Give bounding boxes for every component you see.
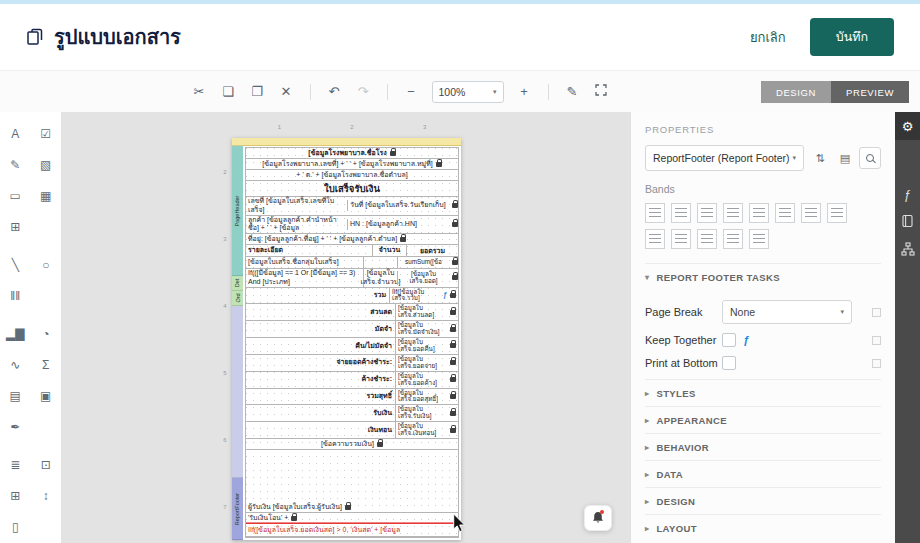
report-footer-tasks-header[interactable]: ▾ REPORT FOOTER TASKS bbox=[645, 263, 881, 291]
band-icon-vertical-detail[interactable] bbox=[749, 229, 769, 249]
pivot-grid-tool[interactable]: ⊞ bbox=[5, 486, 25, 506]
band-icon-group-header[interactable] bbox=[723, 203, 743, 223]
band-icon-group-footer[interactable] bbox=[775, 203, 795, 223]
property-grid-view-button[interactable]: ▤ bbox=[834, 147, 856, 169]
expression-icon[interactable]: ƒ bbox=[743, 334, 749, 346]
cancel-button[interactable]: ยกเลิก bbox=[750, 27, 786, 48]
fullscreen-button[interactable] bbox=[589, 80, 614, 104]
label-tool[interactable]: A bbox=[5, 124, 25, 144]
report-row[interactable]: + ' ต.' + [ข้อมูลโรงพยาบาล.ชื่อตำบล] bbox=[246, 170, 458, 181]
barcode-tool[interactable]: ‖‖ bbox=[5, 286, 25, 306]
report-row[interactable]: เลขที่ [ข้อมูลใบเสร็จ.เลขที่ใบเสร็จ]วันท… bbox=[246, 197, 458, 216]
keep-together-marker[interactable] bbox=[872, 336, 881, 345]
expressions-rail-button[interactable]: ƒ bbox=[895, 180, 920, 208]
print-at-bottom-checkbox[interactable] bbox=[722, 356, 736, 370]
section-styles[interactable]: ▸STYLES bbox=[645, 379, 881, 406]
shape-tool[interactable]: ○ bbox=[36, 255, 56, 275]
section-layout[interactable]: ▸LAYOUT bbox=[645, 514, 881, 541]
cross-band-line-tool[interactable]: ↕ bbox=[36, 486, 56, 506]
dictionary-rail-button[interactable] bbox=[895, 208, 920, 236]
report-structure-rail-button[interactable] bbox=[895, 236, 920, 264]
delete-button[interactable]: ✕ bbox=[274, 80, 299, 104]
checkbox-tool[interactable]: ☑ bbox=[36, 124, 56, 144]
signature-tool[interactable]: ✒ bbox=[5, 417, 25, 437]
report-row[interactable]: [ข้อความรวมเงิน] bbox=[246, 439, 458, 450]
line-tool[interactable]: ╲ bbox=[5, 255, 25, 275]
design-canvas[interactable]: 123 234567 PageHeaderDetOrdReportFooter … bbox=[62, 112, 630, 543]
validate-button[interactable]: ✎ bbox=[560, 80, 585, 104]
report-row[interactable]: ค้างชำระ:[ข้อมูลใบ เสร็จ.ยอดค้าง] bbox=[246, 372, 458, 389]
redo-button[interactable]: ↷ bbox=[351, 80, 376, 104]
band-icon-report-footer[interactable] bbox=[827, 203, 847, 223]
top-margin-band[interactable] bbox=[243, 138, 461, 146]
report-row[interactable]: จ่ายยอดค้างชำระ:[ข้อมูลใบ เสร็จ.ยอดจ่าย] bbox=[246, 355, 458, 372]
panel-tool[interactable]: ▭ bbox=[5, 186, 25, 206]
report-page[interactable]: [ข้อมูลโรงพยาบาล.ชื่อโรง[ข้อมูลโรงพยาบาล… bbox=[243, 138, 461, 540]
report-row[interactable]: รับเงิน[ข้อมูลใบ เสร็จ.รับเงิน] bbox=[246, 405, 458, 422]
report-row[interactable]: If(([มีข้อมูล] == 1 Or [มีข้อมูล] == 3) … bbox=[246, 269, 458, 288]
sparkline-tool[interactable]: ∿ bbox=[5, 355, 25, 375]
notifications-button[interactable] bbox=[584, 505, 612, 531]
band-icon-page-header[interactable] bbox=[697, 203, 717, 223]
report-row[interactable]: รวมสุทธิ์[ข้อมูลใบ เสร็จ.ยอดสุทธิ์] bbox=[246, 389, 458, 406]
paste-button[interactable]: ❐ bbox=[245, 80, 270, 104]
page-break-marker[interactable] bbox=[872, 308, 881, 317]
report-row[interactable]: รายละเอียดจำนวนยอดรวม bbox=[246, 245, 458, 257]
search-button[interactable] bbox=[859, 147, 881, 169]
band-icon-bottom-margin[interactable] bbox=[645, 229, 665, 249]
table-tool[interactable]: ▦ bbox=[36, 186, 56, 206]
section-appearance[interactable]: ▸APPEARANCE bbox=[645, 406, 881, 433]
band-icon-detail[interactable] bbox=[749, 203, 769, 223]
component-selector[interactable]: ReportFooter (Report Footer) ▾ bbox=[645, 145, 804, 171]
band-icon-sub-band[interactable] bbox=[671, 229, 691, 249]
page-info-tool[interactable]: ▤ bbox=[5, 386, 25, 406]
report-row[interactable]: IIf([ข้อมูลใบเสร็จ.ยอดเงินสด] > 0, 'เงิน… bbox=[246, 524, 458, 537]
report-row[interactable]: มัดจำ[ข้อมูลใบ เสร็จ.มัดจำเงิน] bbox=[246, 321, 458, 338]
gauge-tool[interactable]: ◔ bbox=[36, 324, 56, 344]
band-blank[interactable] bbox=[232, 306, 243, 478]
report-row[interactable]: ใบเสร็จรับเงิน bbox=[246, 181, 458, 197]
band-icon-report-header[interactable] bbox=[671, 203, 691, 223]
keep-together-checkbox[interactable] bbox=[722, 333, 736, 347]
report-row[interactable] bbox=[246, 450, 458, 502]
report-row[interactable]: รวมIIf([ข้อมูลใบ เสร็จ.รวม]ƒ bbox=[246, 288, 458, 305]
cut-button[interactable]: ✂ bbox=[187, 80, 212, 104]
page-break-select[interactable]: None ▾ bbox=[722, 300, 852, 324]
copy-button[interactable]: ❏ bbox=[216, 80, 241, 104]
sort-az-button[interactable]: ⇅ bbox=[809, 147, 831, 169]
character-comb-tool[interactable]: ⊞ bbox=[5, 217, 25, 237]
band-pageheader[interactable]: PageHeader bbox=[232, 146, 243, 276]
subreport-tool[interactable]: ⊡ bbox=[36, 455, 56, 475]
save-button[interactable]: บันทึก bbox=[810, 18, 894, 56]
band-icon-vertical-header[interactable] bbox=[723, 229, 743, 249]
cross-band-box-tool[interactable]: ▯ bbox=[5, 517, 25, 537]
band-icon-page-footer[interactable] bbox=[801, 203, 821, 223]
report-row[interactable]: ที่อยู่: [ข้อมูลลูกค้า.ที่อยู่] + ' ' + … bbox=[246, 234, 458, 245]
toc-tool[interactable]: ≣ bbox=[5, 455, 25, 475]
report-row[interactable]: ผู้รับเงิน [ข้อมูลใบเสร็จ.ผู้รับเงิน] bbox=[246, 502, 458, 513]
preview-tab[interactable]: PREVIEW bbox=[831, 81, 909, 103]
design-tab[interactable]: DESIGN bbox=[761, 81, 831, 103]
zoom-level-select[interactable]: 100%▾ bbox=[432, 81, 504, 103]
zoom-out-button[interactable]: − bbox=[399, 80, 424, 104]
band-icon-top-margin[interactable] bbox=[645, 203, 665, 223]
report-row[interactable]: คืน/ไม่มัดจำ[ข้อมูลใบ เสร็จ.ยอดคืน] bbox=[246, 338, 458, 355]
report-row[interactable]: [ข้อมูลใบเสร็จ.ชื่อกลุ่มใบเสร็จ]sumSum([… bbox=[246, 257, 458, 269]
picture-box-tool[interactable]: ▧ bbox=[36, 155, 56, 175]
richtext-tool[interactable]: ✎ bbox=[5, 155, 25, 175]
report-row[interactable]: [ข้อมูลโรงพยาบาล.เลขที่] + ' ' + [ข้อมูล… bbox=[246, 159, 458, 170]
report-row[interactable]: เงินทอน[ข้อมูลใบ เสร็จ.เงินทอน] bbox=[246, 422, 458, 439]
report-row[interactable]: [ข้อมูลโรงพยาบาล.ชื่อโรง bbox=[246, 148, 458, 159]
band-icon-detail-report[interactable] bbox=[697, 229, 717, 249]
report-row[interactable]: 'รับเงินโอน' + bbox=[246, 513, 458, 524]
properties-rail-button[interactable]: ⚙ bbox=[895, 112, 920, 140]
chart-tool[interactable]: ▂▇ bbox=[5, 324, 25, 344]
band-reportfooter[interactable]: ReportFooter bbox=[232, 478, 243, 540]
page-break-tool[interactable]: ▣ bbox=[36, 386, 56, 406]
band-blank[interactable] bbox=[232, 138, 243, 146]
section-data[interactable]: ▸DATA bbox=[645, 460, 881, 487]
section-behavior[interactable]: ▸BEHAVIOR bbox=[645, 433, 881, 460]
undo-button[interactable]: ↶ bbox=[322, 80, 347, 104]
section-design[interactable]: ▸DESIGN bbox=[645, 487, 881, 514]
report-row[interactable]: ส่วนลด[ข้อมูลใบ เสร็จ.ส่วนลด] bbox=[246, 304, 458, 321]
